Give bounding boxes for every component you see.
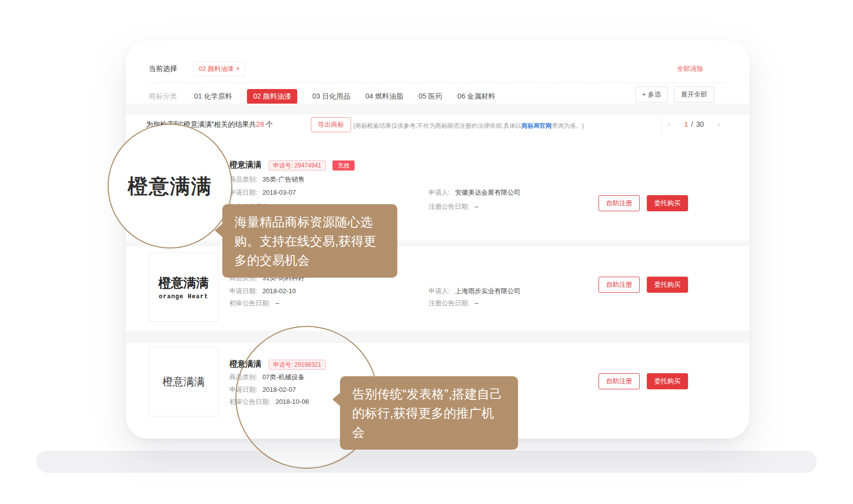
category-item-04[interactable]: 04 燃料油脂 bbox=[365, 92, 403, 101]
row-actions: 自助注册 委托购买 bbox=[599, 373, 688, 389]
page: 当前选择 02 颜料油漆× 全部清除 商标分类 01 化学原料 02 颜料油漆 … bbox=[0, 0, 853, 504]
header-divider bbox=[661, 115, 662, 135]
row-date-line: 申请日期:2018-03-07 申请人:安徽美达会展有限公司 bbox=[229, 188, 296, 197]
export-trademark-button[interactable]: 导出商标 bbox=[311, 117, 351, 132]
prev-page-icon[interactable]: ‹ bbox=[668, 121, 670, 128]
tooltip-marketplace-text: 海量精品商标资源随心选购。支持在线交易,获得更多的交易机会 bbox=[234, 215, 376, 267]
row-actions: 自助注册 委托购买 bbox=[599, 277, 688, 293]
applicant-cell: 申请人:上海雨步实业有限公司 bbox=[429, 287, 521, 296]
entrust-buy-button[interactable]: 委托购买 bbox=[647, 195, 688, 211]
reg-publication-label: 注册公告日期: bbox=[429, 299, 470, 307]
trademark-image-3: 橙意满满 bbox=[149, 347, 218, 416]
category-item-05[interactable]: 05 医药 bbox=[418, 92, 442, 101]
reg-publication-cell: 注册公告日期:– bbox=[429, 299, 478, 308]
total-pages: 30 bbox=[696, 120, 704, 128]
summary-suffix: ”相关的结果共 bbox=[212, 120, 257, 128]
application-number-pill: 申请号: 29474941 bbox=[269, 160, 326, 171]
pagination: ‹ 1 / 30 › bbox=[668, 120, 720, 128]
expand-all-button[interactable]: 展开全部 bbox=[674, 87, 714, 103]
category-value: 35类-广告销售 bbox=[263, 176, 305, 183]
trademark-name: 橙意满满 bbox=[229, 160, 262, 169]
apply-date-label: 申请日期: bbox=[229, 287, 258, 295]
disclaimer-text: (商标检索结果仅供参考,不作为商标能否注册的法律依据;具体以 bbox=[353, 122, 522, 129]
page-indicator: 1 / 30 bbox=[684, 120, 704, 128]
laptop-base bbox=[36, 451, 817, 473]
result-row-2: 橙意满满 orange Heart 橙意满满 申请号: 29482153 已注册… bbox=[126, 246, 749, 331]
row-title-line: 橙意满满 申请号: 29474941 无效 bbox=[229, 160, 355, 171]
current-selection-label: 当前选择 bbox=[149, 64, 177, 73]
apply-date-label: 申请日期: bbox=[229, 189, 258, 196]
entrust-buy-button[interactable]: 委托购买 bbox=[647, 277, 688, 293]
apply-date-value: 2018-03-07 bbox=[263, 189, 296, 196]
section-gap bbox=[126, 104, 749, 115]
selected-filter-tag[interactable]: 02 颜料油漆× bbox=[193, 61, 245, 76]
status-badge-invalid: 无效 bbox=[332, 160, 355, 171]
category-item-02-selected[interactable]: 02 颜料油漆 bbox=[247, 89, 297, 104]
selected-filter-tag-label: 02 颜料油漆 bbox=[199, 65, 234, 72]
reg-publication-label: 注册公告日期: bbox=[429, 203, 470, 210]
app-no-label: 申请号: bbox=[273, 162, 293, 169]
tooltip-arrow-left-icon bbox=[332, 392, 340, 406]
self-register-button[interactable]: 自助注册 bbox=[599, 373, 640, 389]
reg-publication-value: – bbox=[475, 299, 478, 307]
dashed-divider bbox=[149, 82, 726, 83]
current-page: 1 bbox=[684, 120, 688, 128]
clear-all-button[interactable]: 全部清除 bbox=[677, 64, 703, 73]
row-gap bbox=[126, 240, 749, 246]
magnified-trademark-text: 橙意满满 bbox=[128, 173, 212, 200]
close-icon[interactable]: × bbox=[236, 65, 240, 72]
magnifier-circle-1: 橙意满满 bbox=[108, 124, 232, 248]
trademark-image-subtext: orange Heart bbox=[159, 293, 208, 300]
reg-publication-value: – bbox=[475, 203, 478, 210]
trademark-category-label: 商标分类 bbox=[149, 92, 177, 101]
app-no-value: 29474941 bbox=[294, 162, 321, 169]
row-category-line: 商品类别:35类-广告销售 bbox=[229, 175, 304, 184]
reg-publication-cell: 注册公告日期:– bbox=[429, 202, 478, 211]
tooltip-promotion: 告别传统“发表格”,搭建自己的标行,获得更多的推广机会 bbox=[340, 376, 518, 450]
tooltip-marketplace: 海量精品商标资源随心选购。支持在线交易,获得更多的交易机会 bbox=[222, 204, 397, 278]
row-gap bbox=[126, 331, 749, 343]
next-page-icon[interactable]: › bbox=[718, 121, 720, 128]
trademark-office-link[interactable]: 商标局官网 bbox=[522, 122, 552, 129]
applicant-value: 安徽美达会展有限公司 bbox=[455, 189, 521, 196]
row-actions: 自助注册 委托购买 bbox=[599, 195, 688, 211]
applicant-label: 申请人: bbox=[429, 287, 450, 295]
trademark-image-text: 橙意满满 bbox=[158, 275, 209, 291]
results-header: 为您检索到“橙意满满”相关的结果共28 个 导出商标 (商标检索结果仅供参考,不… bbox=[126, 115, 749, 135]
category-list: 01 化学原料 02 颜料油漆 03 日化用品 04 燃料油脂 05 医药 06… bbox=[194, 89, 495, 104]
result-count-unit: 个 bbox=[264, 120, 273, 128]
entrust-buy-button[interactable]: 委托购买 bbox=[647, 373, 688, 389]
tooltip-promotion-text: 告别传统“发表格”,搭建自己的标行,获得更多的推广机会 bbox=[352, 387, 502, 439]
applicant-cell: 申请人:安徽美达会展有限公司 bbox=[429, 188, 521, 197]
row-date-line: 申请日期:2018-02-10 申请人:上海雨步实业有限公司 bbox=[229, 287, 296, 296]
apply-date-value: 2018-02-10 bbox=[263, 287, 296, 295]
disclaimer: (商标检索结果仅供参考,不作为商标能否注册的法律依据;具体以商标局官网查询为准。… bbox=[353, 122, 584, 130]
trademark-image-2: 橙意满满 orange Heart bbox=[149, 253, 218, 322]
category-label: 商品类别: bbox=[229, 176, 258, 183]
category-item-03[interactable]: 03 日化用品 bbox=[312, 92, 350, 101]
tooltip-arrow-left-icon bbox=[215, 223, 223, 237]
applicant-value: 上海雨步实业有限公司 bbox=[455, 287, 521, 295]
result-count: 28 bbox=[256, 120, 264, 128]
multi-select-button[interactable]: + 多选 bbox=[635, 87, 668, 103]
first-publication-label: 初审公告日期: bbox=[229, 299, 271, 307]
first-publication-value: – bbox=[276, 299, 279, 307]
applicant-label: 申请人: bbox=[429, 189, 450, 196]
disclaimer-text-after: 查询为准。) bbox=[552, 122, 584, 129]
category-item-01[interactable]: 01 化学原料 bbox=[194, 92, 232, 101]
trademark-image-text: 橙意满满 bbox=[162, 375, 205, 389]
category-item-06[interactable]: 06 金属材料 bbox=[457, 92, 495, 101]
page-separator: / bbox=[691, 120, 693, 128]
self-register-button[interactable]: 自助注册 bbox=[599, 277, 640, 293]
row-publication-line: 初审公告日期:– 注册公告日期:– bbox=[229, 299, 279, 308]
self-register-button[interactable]: 自助注册 bbox=[599, 195, 640, 211]
